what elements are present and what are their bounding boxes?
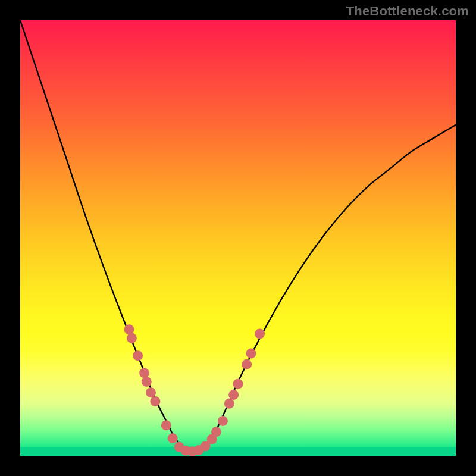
curve-marker [124,324,134,334]
curve-marker [246,348,256,358]
curve-marker [150,396,160,406]
curve-marker [127,333,137,343]
curve-marker [161,420,171,430]
curve-marker [139,368,149,378]
curve-marker [168,433,178,443]
curve-marker [255,329,265,339]
watermark-text: TheBottleneck.com [346,4,469,19]
curve-marker [242,359,252,369]
plot-area [20,20,456,456]
curve-markers [124,324,265,456]
curve-marker [211,427,221,437]
curve-marker [228,390,239,400]
curve-marker [233,379,243,389]
curve-layer [20,20,456,456]
curve-marker [133,350,143,361]
curve-marker [142,377,152,387]
curve-marker [146,387,156,397]
curve-marker [224,399,234,409]
curve-marker [218,416,228,426]
chart-container: TheBottleneck.com [0,0,476,476]
